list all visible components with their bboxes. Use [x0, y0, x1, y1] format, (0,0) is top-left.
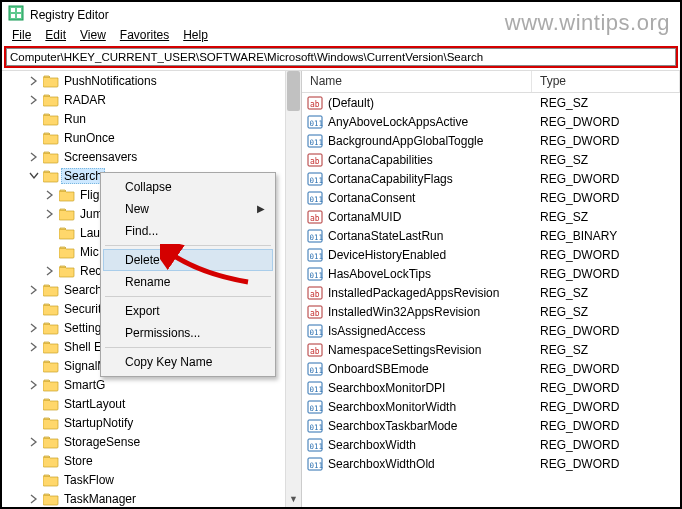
- tree-item[interactable]: StartLayout: [25, 394, 301, 413]
- menu-edit[interactable]: Edit: [39, 26, 72, 44]
- context-item-rename[interactable]: Rename: [103, 271, 273, 293]
- tree-item[interactable]: Store: [25, 451, 301, 470]
- value-row[interactable]: 011AnyAboveLockAppsActiveREG_DWORD: [302, 112, 680, 131]
- twisty-icon[interactable]: [27, 473, 41, 487]
- menu-separator: [105, 296, 271, 297]
- folder-icon: [43, 283, 59, 297]
- twisty-icon[interactable]: [43, 264, 57, 278]
- value-list[interactable]: ab(Default)REG_SZ011AnyAboveLockAppsActi…: [302, 93, 680, 473]
- value-name: SearchboxMonitorDPI: [328, 381, 536, 395]
- twisty-icon[interactable]: [27, 378, 41, 392]
- value-row[interactable]: 011CortanaStateLastRunREG_BINARY: [302, 226, 680, 245]
- value-row[interactable]: 011IsAssignedAccessREG_DWORD: [302, 321, 680, 340]
- context-item-find[interactable]: Find...: [103, 220, 273, 242]
- value-row[interactable]: 011SearchboxMonitorWidthREG_DWORD: [302, 397, 680, 416]
- value-row[interactable]: 011HasAboveLockTipsREG_DWORD: [302, 264, 680, 283]
- tree-item[interactable]: Screensavers: [25, 147, 301, 166]
- value-row[interactable]: 011OnboardSBEmodeREG_DWORD: [302, 359, 680, 378]
- svg-text:011: 011: [310, 366, 324, 375]
- twisty-icon[interactable]: [27, 112, 41, 126]
- twisty-icon[interactable]: [27, 302, 41, 316]
- address-bar-highlight: [4, 46, 678, 68]
- context-item-new[interactable]: New▶: [103, 198, 273, 220]
- twisty-icon[interactable]: [27, 454, 41, 468]
- reg-bin-icon: 011: [306, 380, 324, 396]
- value-row[interactable]: 011SearchboxMonitorDPIREG_DWORD: [302, 378, 680, 397]
- value-row[interactable]: abNamespaceSettingsRevisionREG_SZ: [302, 340, 680, 359]
- twisty-icon[interactable]: [27, 150, 41, 164]
- twisty-icon[interactable]: [27, 492, 41, 506]
- menu-help[interactable]: Help: [177, 26, 214, 44]
- value-name: SearchboxMonitorWidth: [328, 400, 536, 414]
- value-row[interactable]: 011SearchboxWidthOldREG_DWORD: [302, 454, 680, 473]
- twisty-icon[interactable]: [27, 74, 41, 88]
- tree-item[interactable]: SmartG: [25, 375, 301, 394]
- value-type: REG_SZ: [540, 153, 680, 167]
- context-item-copy-key-name[interactable]: Copy Key Name: [103, 351, 273, 373]
- tree-item[interactable]: StartupNotify: [25, 413, 301, 432]
- twisty-icon[interactable]: [27, 340, 41, 354]
- tree-item[interactable]: Run: [25, 109, 301, 128]
- twisty-icon[interactable]: [27, 321, 41, 335]
- value-name: IsAssignedAccess: [328, 324, 536, 338]
- tree-item[interactable]: TaskManager: [25, 489, 301, 507]
- address-bar[interactable]: [6, 48, 676, 66]
- twisty-icon[interactable]: [27, 131, 41, 145]
- context-item-collapse[interactable]: Collapse: [103, 176, 273, 198]
- value-name: SearchboxWidth: [328, 438, 536, 452]
- value-row[interactable]: abCortanaMUIDREG_SZ: [302, 207, 680, 226]
- context-item-export[interactable]: Export: [103, 300, 273, 322]
- value-row[interactable]: abInstalledWin32AppsRevisionREG_SZ: [302, 302, 680, 321]
- value-row[interactable]: 011CortanaCapabilityFlagsREG_DWORD: [302, 169, 680, 188]
- menu-view[interactable]: View: [74, 26, 112, 44]
- twisty-icon[interactable]: [27, 169, 41, 183]
- value-row[interactable]: 011SearchboxWidthREG_DWORD: [302, 435, 680, 454]
- value-row[interactable]: 011DeviceHistoryEnabledREG_DWORD: [302, 245, 680, 264]
- reg-sz-icon: ab: [306, 209, 324, 225]
- tree-item[interactable]: RunOnce: [25, 128, 301, 147]
- svg-text:011: 011: [310, 461, 324, 470]
- folder-icon: [43, 93, 59, 107]
- tree-item[interactable]: StorageSense: [25, 432, 301, 451]
- menu-favorites[interactable]: Favorites: [114, 26, 175, 44]
- twisty-icon[interactable]: [27, 435, 41, 449]
- twisty-icon[interactable]: [27, 283, 41, 297]
- value-row[interactable]: ab(Default)REG_SZ: [302, 93, 680, 112]
- folder-icon: [43, 169, 59, 183]
- tree-scrollbar[interactable]: ▲ ▼: [285, 71, 301, 507]
- reg-bin-icon: 011: [306, 247, 324, 263]
- context-menu[interactable]: CollapseNew▶Find...DeleteRenameExportPer…: [100, 172, 276, 377]
- value-name: HasAboveLockTips: [328, 267, 536, 281]
- svg-text:ab: ab: [310, 290, 320, 299]
- value-row[interactable]: abCortanaCapabilitiesREG_SZ: [302, 150, 680, 169]
- twisty-icon[interactable]: [43, 226, 57, 240]
- tree-item[interactable]: TaskFlow: [25, 470, 301, 489]
- menu-file[interactable]: File: [6, 26, 37, 44]
- value-row[interactable]: 011BackgroundAppGlobalToggleREG_DWORD: [302, 131, 680, 150]
- svg-text:011: 011: [310, 423, 324, 432]
- twisty-icon[interactable]: [27, 93, 41, 107]
- value-row[interactable]: 011SearchboxTaskbarModeREG_DWORD: [302, 416, 680, 435]
- twisty-icon[interactable]: [27, 397, 41, 411]
- twisty-icon[interactable]: [43, 245, 57, 259]
- value-row[interactable]: 011CortanaConsentREG_DWORD: [302, 188, 680, 207]
- reg-sz-icon: ab: [306, 95, 324, 111]
- tree-item[interactable]: RADAR: [25, 90, 301, 109]
- svg-text:011: 011: [310, 233, 324, 242]
- value-row[interactable]: abInstalledPackagedAppsRevisionREG_SZ: [302, 283, 680, 302]
- scroll-thumb[interactable]: [287, 71, 300, 111]
- twisty-icon[interactable]: [27, 359, 41, 373]
- svg-text:ab: ab: [310, 100, 320, 109]
- scroll-down-icon[interactable]: ▼: [286, 491, 301, 507]
- column-name[interactable]: Name: [302, 71, 532, 92]
- column-type[interactable]: Type: [532, 71, 680, 92]
- twisty-icon[interactable]: [43, 188, 57, 202]
- value-type: REG_BINARY: [540, 229, 680, 243]
- twisty-icon[interactable]: [27, 416, 41, 430]
- twisty-icon[interactable]: [43, 207, 57, 221]
- tree-item[interactable]: PushNotifications: [25, 71, 301, 90]
- context-item-permissions[interactable]: Permissions...: [103, 322, 273, 344]
- value-name: OnboardSBEmode: [328, 362, 536, 376]
- context-item-delete[interactable]: Delete: [103, 249, 273, 271]
- value-name: AnyAboveLockAppsActive: [328, 115, 536, 129]
